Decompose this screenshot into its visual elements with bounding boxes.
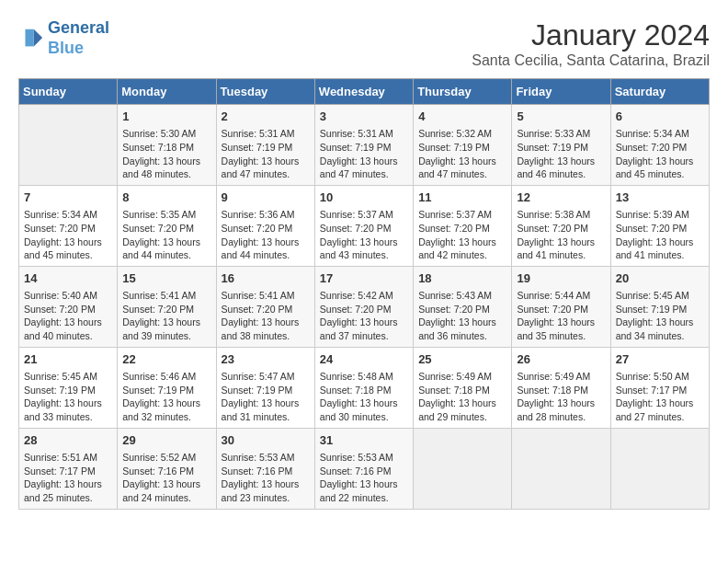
day-number: 13 xyxy=(616,190,704,206)
cell-content: Sunrise: 5:34 AM Sunset: 7:20 PM Dayligh… xyxy=(24,208,112,262)
cell-content: Sunrise: 5:37 AM Sunset: 7:20 PM Dayligh… xyxy=(320,208,408,262)
cell-content: Sunrise: 5:48 AM Sunset: 7:18 PM Dayligh… xyxy=(320,370,408,424)
day-number: 21 xyxy=(24,351,112,368)
week-row-1: 1Sunrise: 5:30 AM Sunset: 7:18 PM Daylig… xyxy=(19,105,710,186)
calendar-cell: 4Sunrise: 5:32 AM Sunset: 7:19 PM Daylig… xyxy=(414,105,512,186)
svg-marker-1 xyxy=(25,29,33,46)
calendar-cell: 18Sunrise: 5:43 AM Sunset: 7:20 PM Dayli… xyxy=(414,266,512,347)
calendar-cell: 6Sunrise: 5:34 AM Sunset: 7:20 PM Daylig… xyxy=(610,105,709,186)
calendar-cell: 31Sunrise: 5:53 AM Sunset: 7:16 PM Dayli… xyxy=(314,428,413,509)
day-number: 8 xyxy=(122,190,210,206)
header-sunday: Sunday xyxy=(19,79,118,105)
cell-content: Sunrise: 5:53 AM Sunset: 7:16 PM Dayligh… xyxy=(320,451,408,505)
calendar-cell xyxy=(414,428,512,509)
day-number: 16 xyxy=(222,270,310,287)
day-number: 5 xyxy=(517,109,605,125)
header-monday: Monday xyxy=(118,79,216,105)
calendar-cell: 12Sunrise: 5:38 AM Sunset: 7:20 PM Dayli… xyxy=(512,185,610,266)
calendar-cell xyxy=(512,428,610,509)
calendar-table: SundayMondayTuesdayWednesdayThursdayFrid… xyxy=(18,78,710,510)
svg-marker-0 xyxy=(34,29,42,46)
week-row-5: 28Sunrise: 5:51 AM Sunset: 7:17 PM Dayli… xyxy=(19,428,710,509)
calendar-cell: 3Sunrise: 5:31 AM Sunset: 7:19 PM Daylig… xyxy=(314,105,413,186)
cell-content: Sunrise: 5:31 AM Sunset: 7:19 PM Dayligh… xyxy=(320,127,408,181)
cell-content: Sunrise: 5:39 AM Sunset: 7:20 PM Dayligh… xyxy=(616,208,704,262)
page-header: General Blue January 2024 Santa Cecilia,… xyxy=(18,18,710,69)
header-saturday: Saturday xyxy=(610,79,709,105)
calendar-cell: 2Sunrise: 5:31 AM Sunset: 7:19 PM Daylig… xyxy=(216,105,314,186)
day-number: 30 xyxy=(222,432,310,449)
header-thursday: Thursday xyxy=(414,79,512,105)
cell-content: Sunrise: 5:40 AM Sunset: 7:20 PM Dayligh… xyxy=(24,289,112,343)
calendar-cell: 21Sunrise: 5:45 AM Sunset: 7:19 PM Dayli… xyxy=(19,347,118,428)
day-number: 19 xyxy=(517,270,605,287)
main-title: January 2024 xyxy=(472,18,710,52)
calendar-cell: 25Sunrise: 5:49 AM Sunset: 7:18 PM Dayli… xyxy=(414,347,512,428)
header-friday: Friday xyxy=(512,79,610,105)
week-row-3: 14Sunrise: 5:40 AM Sunset: 7:20 PM Dayli… xyxy=(19,266,710,347)
day-number: 11 xyxy=(418,190,506,206)
day-number: 28 xyxy=(24,432,112,449)
calendar-cell xyxy=(610,428,709,509)
calendar-cell: 27Sunrise: 5:50 AM Sunset: 7:17 PM Dayli… xyxy=(610,347,709,428)
cell-content: Sunrise: 5:36 AM Sunset: 7:20 PM Dayligh… xyxy=(222,208,310,262)
cell-content: Sunrise: 5:37 AM Sunset: 7:20 PM Dayligh… xyxy=(418,208,506,262)
logo: General Blue xyxy=(18,18,109,58)
calendar-cell: 19Sunrise: 5:44 AM Sunset: 7:20 PM Dayli… xyxy=(512,266,610,347)
header-wednesday: Wednesday xyxy=(314,79,413,105)
day-number: 6 xyxy=(616,109,704,125)
title-block: January 2024 Santa Cecilia, Santa Catari… xyxy=(472,18,710,69)
cell-content: Sunrise: 5:46 AM Sunset: 7:19 PM Dayligh… xyxy=(122,370,210,424)
calendar-cell: 20Sunrise: 5:45 AM Sunset: 7:19 PM Dayli… xyxy=(610,266,709,347)
cell-content: Sunrise: 5:45 AM Sunset: 7:19 PM Dayligh… xyxy=(616,289,704,343)
calendar-cell: 8Sunrise: 5:35 AM Sunset: 7:20 PM Daylig… xyxy=(118,185,216,266)
cell-content: Sunrise: 5:42 AM Sunset: 7:20 PM Dayligh… xyxy=(320,289,408,343)
calendar-cell: 10Sunrise: 5:37 AM Sunset: 7:20 PM Dayli… xyxy=(314,185,413,266)
day-number: 17 xyxy=(320,270,408,287)
week-row-2: 7Sunrise: 5:34 AM Sunset: 7:20 PM Daylig… xyxy=(19,185,710,266)
cell-content: Sunrise: 5:50 AM Sunset: 7:17 PM Dayligh… xyxy=(616,370,704,424)
day-number: 15 xyxy=(122,270,210,287)
day-number: 9 xyxy=(222,190,310,206)
calendar-cell: 26Sunrise: 5:49 AM Sunset: 7:18 PM Dayli… xyxy=(512,347,610,428)
calendar-cell xyxy=(19,105,118,186)
cell-content: Sunrise: 5:41 AM Sunset: 7:20 PM Dayligh… xyxy=(222,289,310,343)
day-number: 31 xyxy=(320,432,408,449)
calendar-cell: 23Sunrise: 5:47 AM Sunset: 7:19 PM Dayli… xyxy=(216,347,314,428)
day-number: 14 xyxy=(24,270,112,287)
calendar-cell: 16Sunrise: 5:41 AM Sunset: 7:20 PM Dayli… xyxy=(216,266,314,347)
week-row-4: 21Sunrise: 5:45 AM Sunset: 7:19 PM Dayli… xyxy=(19,347,710,428)
calendar-cell: 17Sunrise: 5:42 AM Sunset: 7:20 PM Dayli… xyxy=(314,266,413,347)
day-number: 27 xyxy=(616,351,704,368)
calendar-cell: 1Sunrise: 5:30 AM Sunset: 7:18 PM Daylig… xyxy=(118,105,216,186)
day-number: 20 xyxy=(616,270,704,287)
day-number: 18 xyxy=(418,270,506,287)
day-number: 2 xyxy=(222,109,310,125)
calendar-cell: 9Sunrise: 5:36 AM Sunset: 7:20 PM Daylig… xyxy=(216,185,314,266)
calendar-cell: 13Sunrise: 5:39 AM Sunset: 7:20 PM Dayli… xyxy=(610,185,709,266)
cell-content: Sunrise: 5:33 AM Sunset: 7:19 PM Dayligh… xyxy=(517,127,605,181)
day-number: 1 xyxy=(122,109,210,125)
cell-content: Sunrise: 5:35 AM Sunset: 7:20 PM Dayligh… xyxy=(122,208,210,262)
day-number: 4 xyxy=(418,109,506,125)
cell-content: Sunrise: 5:32 AM Sunset: 7:19 PM Dayligh… xyxy=(418,127,506,181)
calendar-cell: 28Sunrise: 5:51 AM Sunset: 7:17 PM Dayli… xyxy=(19,428,118,509)
cell-content: Sunrise: 5:49 AM Sunset: 7:18 PM Dayligh… xyxy=(517,370,605,424)
cell-content: Sunrise: 5:30 AM Sunset: 7:18 PM Dayligh… xyxy=(122,127,210,181)
calendar-cell: 30Sunrise: 5:53 AM Sunset: 7:16 PM Dayli… xyxy=(216,428,314,509)
cell-content: Sunrise: 5:53 AM Sunset: 7:16 PM Dayligh… xyxy=(222,451,310,505)
day-number: 12 xyxy=(517,190,605,206)
calendar-cell: 22Sunrise: 5:46 AM Sunset: 7:19 PM Dayli… xyxy=(118,347,216,428)
calendar-cell: 7Sunrise: 5:34 AM Sunset: 7:20 PM Daylig… xyxy=(19,185,118,266)
day-number: 22 xyxy=(122,351,210,368)
calendar-cell: 15Sunrise: 5:41 AM Sunset: 7:20 PM Dayli… xyxy=(118,266,216,347)
cell-content: Sunrise: 5:41 AM Sunset: 7:20 PM Dayligh… xyxy=(122,289,210,343)
day-number: 25 xyxy=(418,351,506,368)
cell-content: Sunrise: 5:31 AM Sunset: 7:19 PM Dayligh… xyxy=(222,127,310,181)
day-number: 23 xyxy=(222,351,310,368)
calendar-cell: 24Sunrise: 5:48 AM Sunset: 7:18 PM Dayli… xyxy=(314,347,413,428)
cell-content: Sunrise: 5:52 AM Sunset: 7:16 PM Dayligh… xyxy=(122,451,210,505)
day-number: 26 xyxy=(517,351,605,368)
logo-text: General Blue xyxy=(48,18,109,58)
cell-content: Sunrise: 5:38 AM Sunset: 7:20 PM Dayligh… xyxy=(517,208,605,262)
